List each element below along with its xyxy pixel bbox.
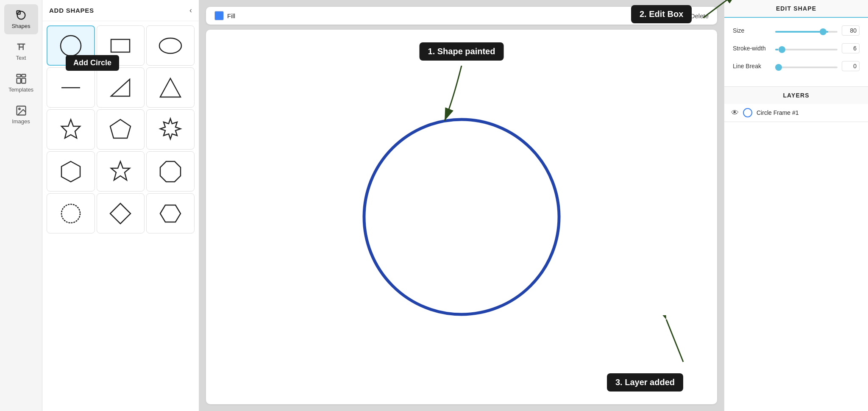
size-row: Size 80 (733, 25, 860, 36)
svg-marker-16 (160, 119, 181, 139)
shape-pentagon[interactable] (97, 109, 145, 150)
svg-rect-3 (22, 75, 25, 77)
arrow-3 (624, 315, 692, 366)
fill-swatch (214, 11, 224, 20)
shapes-panel-header: ADD SHAPES ‹ (42, 0, 199, 21)
add-circle-tooltip: Add Circle (66, 55, 119, 71)
annotation-label-1: 1. Shape painted (420, 42, 504, 61)
svg-rect-2 (17, 75, 20, 77)
fill-label: Fill (227, 12, 235, 19)
size-value: 80 (842, 25, 860, 36)
svg-point-7 (19, 108, 20, 109)
shapes-panel-title: ADD SHAPES (49, 7, 94, 14)
shape-star5[interactable] (97, 151, 145, 192)
svg-marker-19 (160, 161, 181, 182)
shape-right-triangle[interactable] (97, 67, 145, 108)
shape-triangle[interactable] (146, 67, 195, 108)
linebreak-value: 0 (842, 61, 860, 71)
edit-shape-header: EDIT SHAPE (724, 0, 868, 18)
stroke-slider[interactable] (775, 49, 837, 50)
svg-point-0 (17, 11, 25, 19)
canvas-circle (356, 111, 568, 323)
shape-octagon[interactable] (146, 151, 195, 192)
layers-section: LAYERS 👁 Circle Frame #1 (724, 87, 868, 122)
canvas-area[interactable]: 1. Shape painted 3. Layer added (206, 30, 717, 404)
sidebar-item-images[interactable]: Images (4, 100, 38, 130)
shape-star6[interactable] (47, 109, 95, 150)
edit-shape-controls: Size 80 Stroke-width 6 Line Break (724, 18, 868, 86)
annotation-shape-painted: 1. Shape painted (420, 42, 504, 61)
annotation-edit-box: 2. Edit Box (631, 5, 692, 23)
sidebar-item-text[interactable]: Text (4, 36, 38, 66)
layers-header: LAYERS (724, 87, 868, 104)
svg-rect-9 (111, 39, 130, 52)
svg-point-23 (364, 119, 559, 314)
annotation-label-3: 3. Layer added (607, 373, 683, 392)
shape-line[interactable] (47, 67, 95, 108)
sidebar-nav: Shapes Text Templates Images (0, 0, 42, 411)
annotation-layer-added: 3. Layer added (607, 373, 683, 392)
linebreak-row: Line Break 0 (733, 61, 860, 71)
svg-marker-13 (160, 78, 181, 97)
svg-point-10 (159, 38, 181, 53)
svg-marker-18 (111, 161, 130, 180)
svg-point-8 (61, 36, 81, 56)
edit-shape-section: EDIT SHAPE 2. Edit Box Size (724, 0, 868, 87)
stroke-width-row: Stroke-width 6 (733, 43, 860, 53)
size-slider-wrap (775, 27, 837, 34)
svg-marker-22 (160, 205, 181, 222)
arrow-2 (699, 0, 741, 22)
svg-marker-21 (110, 203, 131, 224)
sidebar-item-templates[interactable]: Templates (4, 68, 38, 98)
layer-item[interactable]: 👁 Circle Frame #1 (724, 104, 868, 122)
fill-button[interactable]: Fill (214, 11, 235, 20)
shapes-panel: ADD SHAPES ‹ Add Circle (42, 0, 199, 411)
svg-marker-15 (110, 119, 131, 138)
layer-name: Circle Frame #1 (757, 109, 799, 116)
stroke-label: Stroke-width (733, 45, 771, 52)
stroke-slider-wrap (775, 44, 837, 52)
layer-type-icon (743, 108, 752, 117)
shape-hexagon[interactable] (47, 151, 95, 192)
svg-rect-5 (22, 78, 25, 83)
right-panel: EDIT SHAPE 2. Edit Box Size (724, 0, 868, 411)
svg-marker-14 (61, 119, 80, 138)
svg-point-20 (61, 204, 80, 223)
layer-visibility-icon[interactable]: 👁 (731, 108, 739, 117)
shape-ellipse[interactable] (146, 25, 195, 66)
collapse-panel-button[interactable]: ‹ (189, 6, 192, 15)
svg-rect-4 (17, 78, 20, 83)
shape-sunburst[interactable] (47, 193, 95, 233)
annotation-label-2: 2. Edit Box (631, 5, 692, 23)
svg-marker-12 (111, 79, 130, 96)
size-label: Size (733, 27, 771, 34)
shape-star8[interactable] (146, 109, 195, 150)
shapes-grid (42, 21, 199, 238)
linebreak-label: Line Break (733, 63, 771, 69)
sidebar-item-shapes[interactable]: Shapes (4, 4, 38, 34)
shape-hexagon-flat[interactable] (146, 193, 195, 233)
main-area: Fill Reset Delete 1. Shape (199, 0, 724, 411)
linebreak-slider[interactable] (775, 67, 837, 68)
linebreak-slider-wrap (775, 62, 837, 70)
size-slider[interactable] (775, 31, 837, 33)
stroke-value: 6 (842, 43, 860, 53)
svg-marker-17 (61, 161, 80, 182)
shape-diamond[interactable] (97, 193, 145, 233)
